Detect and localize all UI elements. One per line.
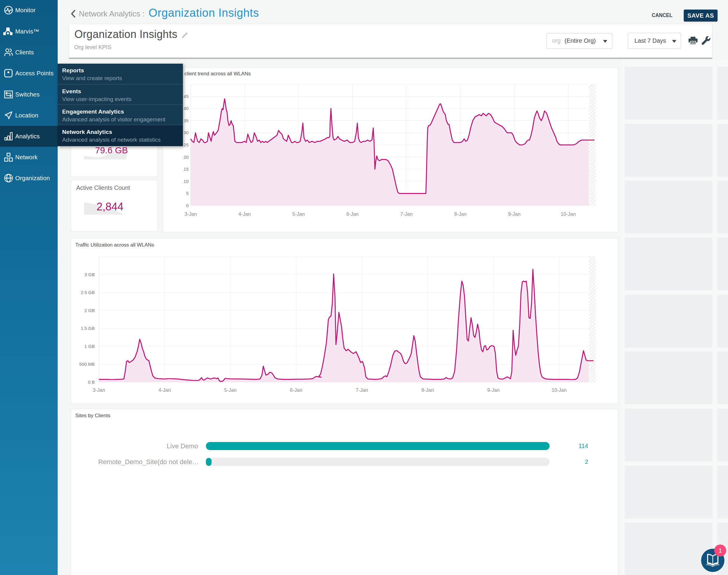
svg-text:5-Jan: 5-Jan	[224, 387, 236, 393]
svg-text:15: 15	[183, 166, 188, 172]
svg-text:8-Jan: 8-Jan	[421, 387, 434, 393]
svg-text:1.5 GB: 1.5 GB	[81, 326, 95, 331]
svg-text:3-Jan: 3-Jan	[184, 211, 197, 217]
svg-text:30: 30	[183, 130, 188, 135]
svg-text:7-Jan: 7-Jan	[400, 211, 412, 217]
svg-text:40: 40	[183, 106, 188, 111]
svg-text:10-Jan: 10-Jan	[552, 387, 567, 393]
svg-text:8-Jan: 8-Jan	[454, 211, 466, 217]
svg-text:1 GB: 1 GB	[84, 344, 95, 349]
svg-text:3-Jan: 3-Jan	[93, 387, 105, 393]
svg-text:25: 25	[183, 142, 188, 147]
svg-text:3 GB: 3 GB	[84, 272, 95, 277]
svg-text:5: 5	[186, 191, 188, 196]
svg-text:7-Jan: 7-Jan	[356, 387, 368, 393]
svg-text:500 MB: 500 MB	[79, 362, 95, 367]
svg-text:9-Jan: 9-Jan	[487, 387, 499, 393]
svg-text:6-Jan: 6-Jan	[290, 387, 302, 393]
svg-text:4-Jan: 4-Jan	[239, 211, 251, 217]
svg-text:0 B: 0 B	[88, 379, 95, 385]
svg-text:6-Jan: 6-Jan	[346, 211, 359, 217]
svg-text:10: 10	[183, 179, 188, 184]
svg-text:5-Jan: 5-Jan	[292, 211, 305, 217]
svg-text:20: 20	[183, 155, 188, 160]
svg-text:4-Jan: 4-Jan	[159, 387, 171, 393]
svg-text:9-Jan: 9-Jan	[508, 211, 520, 217]
svg-text:35: 35	[183, 118, 188, 123]
svg-text:10-Jan: 10-Jan	[561, 211, 576, 217]
svg-text:2 GB: 2 GB	[84, 308, 95, 313]
svg-text:45: 45	[183, 94, 188, 99]
svg-text:0: 0	[186, 203, 188, 208]
svg-text:2.5 GB: 2.5 GB	[81, 290, 95, 295]
